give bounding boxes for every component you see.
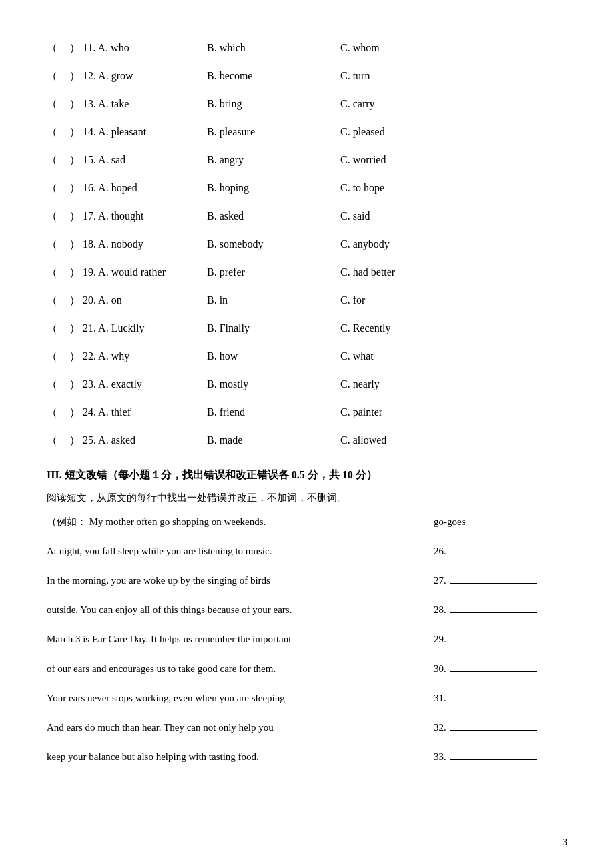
mcq-row: （ ） 20. A. on B. in C. for [47, 292, 567, 308]
answer-number: 29. [434, 631, 446, 647]
question-b: B. asked [207, 208, 340, 224]
correction-text: keep your balance but also helping with … [47, 749, 434, 765]
mcq-row: （ ） 17. A. thought B. asked C. said [47, 208, 567, 224]
answer-number: 27. [434, 572, 446, 588]
paren-space [64, 404, 69, 420]
example-text: （例如： My mother often go shopping on week… [47, 514, 434, 530]
page-number: 3 [563, 837, 567, 848]
question-b: B. in [207, 292, 340, 308]
paren-space [64, 432, 69, 448]
correction-section: III. 短文改错（每小题１分，找出错误和改正错误各 0.5 分，共 10 分）… [47, 468, 567, 765]
question-b: B. hoping [207, 180, 340, 196]
correction-answer: 30. [434, 661, 567, 677]
paren-close-char: ） [69, 124, 80, 140]
answer-line [450, 759, 537, 760]
paren-close-char: ） [69, 68, 80, 84]
question-a: 24. A. thief [80, 404, 207, 420]
paren-open: （ [47, 40, 57, 56]
answer-number: 28. [434, 602, 446, 618]
paren-close-char: ） [69, 404, 80, 420]
paren-close-char: ） [69, 208, 80, 224]
paren-open: （ [47, 68, 57, 84]
mcq-row: （ ） 11. A. who B. which C. whom [47, 40, 567, 56]
correction-answer: 29. [434, 631, 567, 647]
question-c: C. to hope [340, 180, 460, 196]
paren-space [64, 124, 69, 140]
paren-close-char: ） [69, 40, 80, 56]
question-b: B. mostly [207, 376, 340, 392]
question-b: B. pleasure [207, 124, 340, 140]
paren-space [64, 292, 69, 308]
question-a: 19. A. would rather [80, 264, 207, 280]
paren-close-char: ） [69, 292, 80, 308]
question-c: C. pleased [340, 124, 460, 140]
answer-line [450, 583, 537, 584]
paren-space [64, 348, 69, 364]
mcq-row: （ ） 19. A. would rather B. prefer C. had… [47, 264, 567, 280]
question-b: B. become [207, 68, 340, 84]
section3-header: III. 短文改错（每小题１分，找出错误和改正错误各 0.5 分，共 10 分） [47, 468, 567, 482]
paren-close-char: ） [69, 376, 80, 392]
mcq-row: （ ） 18. A. nobody B. somebody C. anybody [47, 236, 567, 252]
question-b: B. prefer [207, 264, 340, 280]
question-c: C. worried [340, 152, 460, 168]
question-c: C. what [340, 348, 460, 364]
mcq-row: （ ） 21. A. Luckily B. Finally C. Recentl… [47, 320, 567, 336]
correction-text: At night, you fall sleep while you are l… [47, 543, 434, 559]
paren-space [64, 180, 69, 196]
question-b: B. angry [207, 152, 340, 168]
question-a: 23. A. exactly [80, 376, 207, 392]
question-a: 25. A. asked [80, 432, 207, 448]
correction-answer: 26. [434, 543, 567, 559]
answer-line [450, 554, 537, 554]
mcq-row: （ ） 13. A. take B. bring C. carry [47, 96, 567, 112]
correction-text: And ears do much than hear. They can not… [47, 719, 434, 735]
question-c: C. Recently [340, 320, 460, 336]
paren-close-char: ） [69, 152, 80, 168]
paren-open: （ [47, 376, 57, 392]
paren-space [64, 40, 69, 56]
mcq-row: （ ） 22. A. why B. how C. what [47, 348, 567, 364]
question-b: B. somebody [207, 236, 340, 252]
paren-space [64, 376, 69, 392]
answer-line [450, 701, 537, 701]
correction-row: keep your balance but also helping with … [47, 749, 567, 765]
paren-open: （ [47, 348, 57, 364]
paren-open: （ [47, 236, 57, 252]
paren-close-char: ） [69, 320, 80, 336]
mcq-row: （ ） 15. A. sad B. angry C. worried [47, 152, 567, 168]
mcq-row: （ ） 23. A. exactly B. mostly C. nearly [47, 376, 567, 392]
mcq-row: （ ） 12. A. grow B. become C. turn [47, 68, 567, 84]
paren-close-char: ） [69, 264, 80, 280]
paren-space [64, 152, 69, 168]
example-answer-area: go-goes [434, 514, 567, 530]
example-label: （例如： [47, 516, 87, 527]
question-a: 21. A. Luckily [80, 320, 207, 336]
paren-space [64, 264, 69, 280]
paren-space [64, 68, 69, 84]
example-answer-value: go-goes [434, 514, 466, 530]
paren-close-char: ） [69, 236, 80, 252]
paren-space [64, 236, 69, 252]
mcq-row: （ ） 14. A. pleasant B. pleasure C. pleas… [47, 124, 567, 140]
question-a: 22. A. why [80, 348, 207, 364]
paren-space [64, 96, 69, 112]
paren-open: （ [47, 432, 57, 448]
paren-open: （ [47, 208, 57, 224]
correction-answer: 28. [434, 602, 567, 618]
answer-number: 31. [434, 690, 446, 706]
paren-open: （ [47, 96, 57, 112]
answer-line [450, 642, 537, 642]
answer-line [450, 730, 537, 731]
question-b: B. friend [207, 404, 340, 420]
question-b: B. bring [207, 96, 340, 112]
question-a: 14. A. pleasant [80, 124, 207, 140]
answer-number: 30. [434, 661, 446, 677]
paren-close-char: ） [69, 432, 80, 448]
question-c: C. turn [340, 68, 460, 84]
paren-open: （ [47, 152, 57, 168]
correction-answer: 27. [434, 572, 567, 588]
question-c: C. said [340, 208, 460, 224]
paren-close-char: ） [69, 96, 80, 112]
correction-row: March 3 is Ear Care Day. It helps us rem… [47, 631, 567, 647]
